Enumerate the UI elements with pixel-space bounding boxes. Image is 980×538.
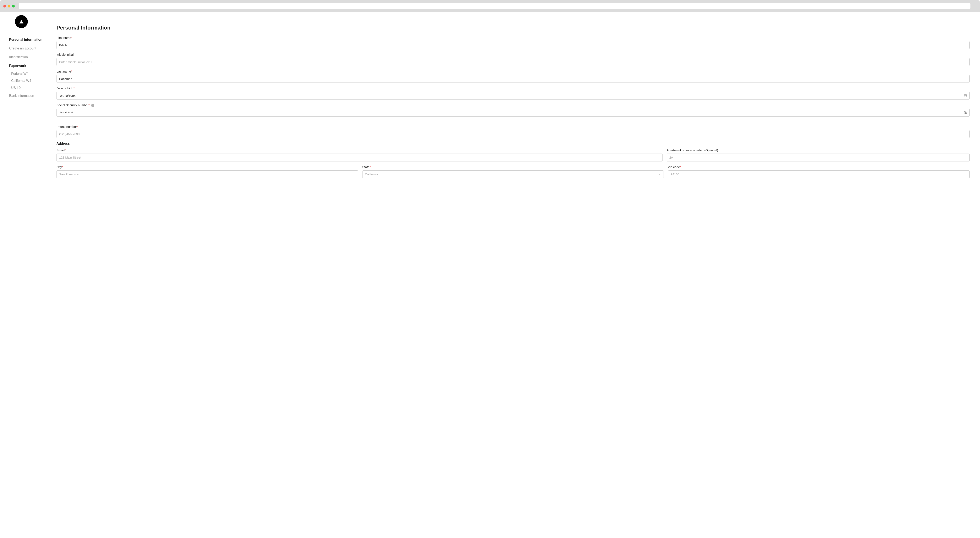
triangle-icon [19,19,24,24]
required-asterisk: * [77,125,78,128]
street-label: Street* [56,148,663,152]
last-name-input[interactable] [56,75,970,83]
dob-label: Date of birth* [56,86,970,90]
city-input[interactable] [56,171,358,178]
city-label-text: City [56,165,62,169]
state-group: State* California [362,165,664,178]
last-name-group: Last name* [56,70,970,83]
sidebar-item-identification[interactable]: Identification [7,53,50,62]
required-asterisk: * [88,103,90,107]
state-select[interactable]: California [362,171,664,178]
required-asterisk: * [71,70,72,73]
required-asterisk: * [73,86,75,90]
first-name-group: First name* [56,36,970,49]
required-asterisk: * [369,165,371,169]
sidebar-item-paperwork[interactable]: Paperwork [7,62,50,70]
zip-input[interactable] [668,171,970,178]
ssn-group: Social Security number* i [56,103,970,117]
first-name-label: First name* [56,36,970,40]
info-icon[interactable]: i [91,104,94,107]
phone-label: Phone number* [56,125,970,128]
phone-group: Phone number* [56,125,970,138]
state-label: State* [362,165,664,169]
middle-initial-input[interactable] [56,58,970,66]
ssn-label: Social Security number* i [56,103,970,107]
street-label-text: Street [56,148,65,152]
city-group: City* [56,165,358,178]
dob-group: Date of birth* [56,86,970,99]
required-asterisk: * [62,165,63,169]
sidebar-item-personal-information[interactable]: Personal information [7,35,50,44]
page-title: Personal Information [56,24,970,31]
window-titlebar [0,0,980,12]
last-name-label: Last name* [56,70,970,73]
required-asterisk: * [71,36,72,40]
sidebar: Personal information Create an account I… [0,12,50,182]
street-input[interactable] [56,153,663,161]
first-name-input[interactable] [56,41,970,49]
content-area: Personal information Create an account I… [0,12,980,182]
apartment-input[interactable] [667,153,970,161]
sidebar-item-us-i9[interactable]: US I-9 [7,85,50,91]
phone-input[interactable] [56,130,970,138]
calendar-icon[interactable] [964,94,967,97]
street-group: Street* [56,148,663,161]
required-asterisk: * [680,165,681,169]
sidebar-nav: Personal information Create an account I… [7,34,50,100]
dob-label-text: Date of birth [56,86,73,90]
phone-label-text: Phone number [56,125,77,128]
minimize-window-button[interactable] [8,5,10,8]
svg-rect-0 [964,94,967,97]
eye-off-icon[interactable] [964,111,967,114]
required-asterisk: * [65,148,66,152]
middle-initial-label: Middle initial [56,53,970,56]
first-name-label-text: First name [56,36,71,40]
address-heading: Address [56,142,970,145]
app-window: Personal information Create an account I… [0,0,980,182]
close-window-button[interactable] [3,5,6,8]
maximize-window-button[interactable] [12,5,15,8]
apartment-group: Apartment or suite number (Optional) [667,148,970,161]
main-content: Personal Information First name* Middle … [50,12,980,182]
state-label-text: State [362,165,369,169]
logo [15,15,28,28]
sidebar-item-bank-information[interactable]: Bank information [7,91,50,100]
apartment-label: Apartment or suite number (Optional) [667,148,970,152]
city-label: City* [56,165,358,169]
url-bar[interactable] [19,3,970,10]
middle-initial-group: Middle initial [56,53,970,66]
ssn-input[interactable] [56,109,970,117]
last-name-label-text: Last name [56,70,71,73]
zip-group: Zip code* [668,165,970,178]
dob-input[interactable] [56,92,970,99]
ssn-label-text: Social Security number [56,103,88,107]
traffic-lights [3,5,15,8]
zip-label-text: Zip code [668,165,680,169]
zip-label: Zip code* [668,165,970,169]
sidebar-item-california-w4[interactable]: California W4 [7,77,50,85]
sidebar-item-federal-w4[interactable]: Federal W4 [7,70,50,77]
sidebar-item-create-account[interactable]: Create an account [7,44,50,53]
